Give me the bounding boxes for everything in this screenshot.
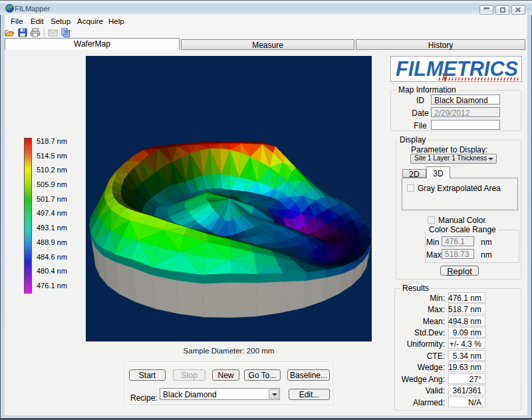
svg-text:FILMETRICS: FILMETRICS	[396, 57, 518, 81]
